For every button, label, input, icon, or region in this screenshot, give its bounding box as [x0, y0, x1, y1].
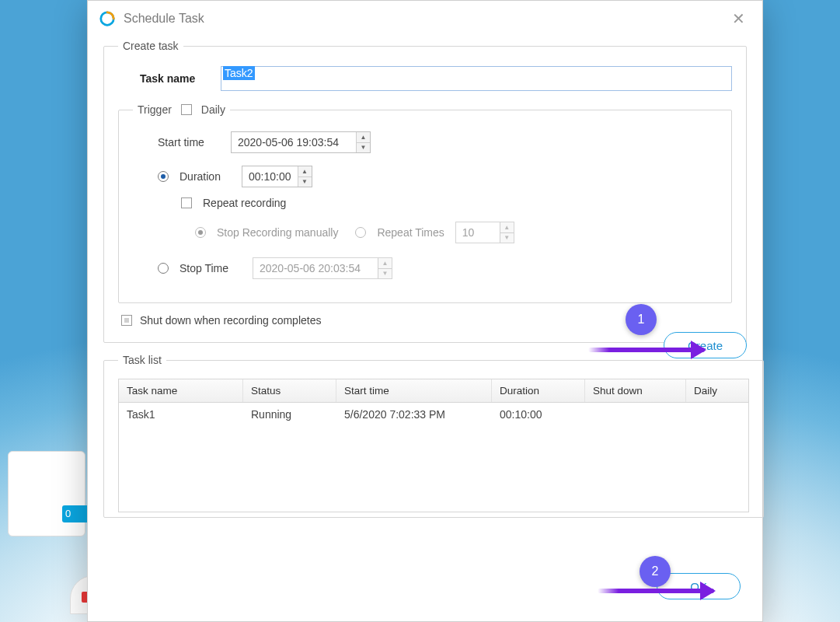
duration-value: 00:10:00	[242, 166, 298, 187]
stop-time-spinner[interactable]: ▲▼	[378, 258, 392, 278]
col-duration[interactable]: Duration	[492, 379, 585, 402]
duration-spinner[interactable]: ▲▼	[298, 166, 312, 187]
task-list-group: Task list Task name Status Start time Du…	[103, 354, 764, 518]
task-list-header: Task name Status Start time Duration Shu…	[119, 379, 748, 403]
task-name-value: Task2	[223, 66, 255, 80]
start-time-label: Start time	[158, 136, 220, 149]
stop-manually-label: Stop Recording manually	[217, 226, 338, 239]
annotation-badge-2: 2	[640, 556, 671, 587]
background-panel	[8, 451, 85, 536]
app-logo-icon	[99, 10, 116, 27]
cell-status: Running	[243, 408, 336, 421]
close-icon[interactable]: ✕	[726, 6, 751, 31]
repeat-times-radio[interactable]	[355, 227, 366, 238]
duration-input[interactable]: 00:10:00 ▲▼	[242, 166, 312, 187]
repeat-times-value: 10	[456, 222, 500, 243]
annotation-badge-1: 1	[626, 304, 657, 335]
task-list-legend: Task list	[118, 354, 166, 366]
task-list-body: Task1 Running 5/6/2020 7:02:33 PM 00:10:…	[119, 403, 748, 512]
col-daily[interactable]: Daily	[686, 379, 748, 402]
start-time-input[interactable]: 2020-05-06 19:03:54 ▲▼	[231, 131, 371, 153]
task-name-label: Task name	[140, 72, 210, 85]
cell-task-name: Task1	[119, 408, 243, 421]
repeat-times-input[interactable]: 10 ▲▼	[455, 222, 514, 243]
stop-time-input[interactable]: 2020-05-06 20:03:54 ▲▼	[253, 257, 392, 279]
shutdown-label: Shut down when recording completes	[140, 314, 321, 327]
repeat-times-spinner[interactable]: ▲▼	[500, 222, 514, 243]
table-row[interactable]: Task1 Running 5/6/2020 7:02:33 PM 00:10:…	[119, 403, 748, 426]
repeat-times-label: Repeat Times	[377, 226, 444, 239]
schedule-task-dialog: Schedule Task ✕ Create task Task name Ta…	[87, 0, 763, 622]
cell-duration: 00:10:00	[492, 408, 585, 421]
start-time-value: 2020-05-06 19:03:54	[232, 132, 356, 152]
titlebar: Schedule Task ✕	[88, 1, 762, 37]
daily-checkbox[interactable]	[181, 104, 192, 115]
trigger-legend: Trigger Daily	[133, 103, 230, 116]
window-title: Schedule Task	[124, 12, 204, 26]
daily-label: Daily	[201, 103, 225, 116]
trigger-group: Trigger Daily Start time 2020-05-06 19:0…	[118, 103, 732, 303]
trigger-legend-text: Trigger	[138, 103, 172, 116]
create-task-legend: Create task	[118, 40, 183, 52]
create-task-group: Create task Task name Task2 Trigger Dail…	[103, 40, 747, 343]
duration-radio[interactable]	[158, 171, 169, 182]
shutdown-checkbox[interactable]	[121, 315, 132, 326]
stop-time-value: 2020-05-06 20:03:54	[253, 258, 378, 278]
cell-start-time: 5/6/2020 7:02:33 PM	[336, 408, 492, 421]
start-time-spinner[interactable]: ▲▼	[356, 132, 370, 152]
col-shut-down[interactable]: Shut down	[585, 379, 686, 402]
annotation-arrow-1	[588, 348, 705, 352]
col-start-time[interactable]: Start time	[336, 379, 492, 402]
stop-manually-radio[interactable]	[195, 227, 206, 238]
stop-time-label: Stop Time	[180, 262, 242, 274]
annotation-arrow-2	[598, 589, 714, 593]
duration-label: Duration	[180, 170, 231, 183]
col-status[interactable]: Status	[243, 379, 336, 402]
stop-time-radio[interactable]	[158, 263, 169, 274]
task-list-table: Task name Status Start time Duration Shu…	[118, 379, 749, 512]
task-name-input[interactable]: Task2	[221, 66, 732, 91]
col-task-name[interactable]: Task name	[119, 379, 243, 402]
repeat-recording-label: Repeat recording	[203, 197, 286, 209]
repeat-recording-checkbox[interactable]	[181, 197, 192, 208]
